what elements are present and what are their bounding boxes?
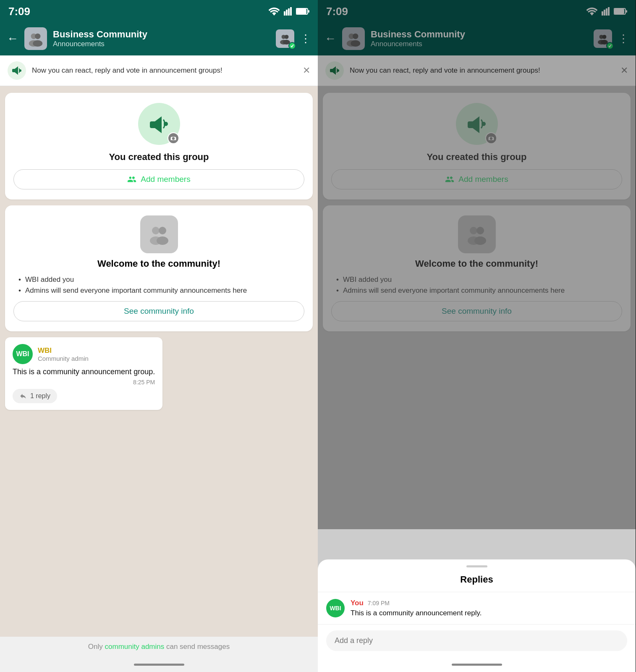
svg-rect-5 bbox=[296, 9, 306, 14]
left-sender-name: WBI bbox=[38, 346, 89, 355]
left-group-avatar-large[interactable] bbox=[138, 103, 180, 145]
svg-rect-6 bbox=[308, 10, 309, 13]
left-sender-info: WBI Community admin bbox=[38, 346, 89, 362]
left-back-button[interactable]: ← bbox=[7, 32, 18, 45]
left-header-subtitle: Announcements bbox=[53, 40, 270, 48]
right-home-bar bbox=[452, 664, 502, 666]
left-created-title: You created this group bbox=[109, 152, 209, 163]
left-sender-row: WBI WBI Community admin bbox=[13, 344, 155, 364]
svg-point-8 bbox=[35, 34, 40, 39]
left-footer-text2: can send messages bbox=[164, 643, 230, 651]
left-footer-highlight[interactable]: community admins bbox=[105, 643, 165, 651]
add-members-label: Add members bbox=[141, 175, 190, 184]
svg-point-20 bbox=[157, 236, 168, 245]
camera-icon bbox=[170, 135, 177, 142]
battery-icon bbox=[296, 8, 309, 15]
left-community-card: Welcome to the community! WBI added you … bbox=[5, 205, 313, 331]
reply-avatar: WBI bbox=[326, 599, 345, 617]
replies-sheet: Replies WBI You 7:09 PM This is a commun… bbox=[318, 559, 636, 672]
svg-point-16 bbox=[164, 122, 168, 126]
left-message-bubble: WBI WBI Community admin This is a commun… bbox=[5, 337, 162, 410]
community-group-icon bbox=[147, 222, 171, 247]
signal-icon bbox=[283, 7, 293, 16]
svg-rect-0 bbox=[284, 11, 285, 16]
svg-rect-2 bbox=[288, 8, 290, 16]
left-community-icon bbox=[140, 215, 178, 253]
svg-point-15 bbox=[19, 69, 21, 72]
left-chat-body: You created this group Add members Welco bbox=[0, 86, 318, 637]
left-bullet-1: WBI added you bbox=[17, 274, 304, 285]
left-bullet-2: Admins will send everyone important comm… bbox=[17, 285, 304, 296]
reply-content: You 7:09 PM This is a community announce… bbox=[351, 599, 482, 617]
left-chat-header: ← Business Community Announcements bbox=[0, 22, 318, 55]
add-person-icon bbox=[127, 175, 136, 184]
left-status-bar: 7:09 bbox=[0, 0, 318, 22]
left-banner-close[interactable]: ✕ bbox=[303, 65, 310, 76]
svg-point-10 bbox=[33, 40, 42, 47]
left-message-text: This is a community announcement group. bbox=[13, 368, 155, 376]
megaphone-icon bbox=[11, 65, 23, 76]
left-community-title: Welcome to the community! bbox=[97, 258, 220, 269]
left-status-icons bbox=[268, 7, 309, 16]
wifi-icon bbox=[268, 7, 280, 16]
left-created-group-card: You created this group Add members bbox=[5, 93, 313, 200]
left-speaker-icon bbox=[8, 61, 26, 80]
reply-item: WBI You 7:09 PM This is a community anno… bbox=[318, 592, 636, 624]
left-community-list: WBI added you Admins will send everyone … bbox=[13, 274, 304, 296]
left-sender-role: Community admin bbox=[38, 355, 89, 362]
reply-sender-row: You 7:09 PM bbox=[351, 599, 482, 607]
svg-point-12 bbox=[285, 35, 289, 39]
left-header-title: Business Community bbox=[53, 29, 270, 40]
reply-icon bbox=[19, 392, 27, 400]
svg-point-18 bbox=[159, 227, 166, 234]
reply-time: 7:09 PM bbox=[368, 600, 390, 606]
reply-text: This is a community announcement reply. bbox=[351, 609, 482, 617]
right-home-indicator bbox=[318, 657, 636, 672]
left-panel: 7:09 ← Business Community Announcements bbox=[0, 0, 318, 672]
svg-rect-3 bbox=[290, 7, 292, 16]
left-home-indicator bbox=[0, 657, 318, 672]
reply-label: 1 reply bbox=[30, 392, 50, 400]
left-add-members-button[interactable]: Add members bbox=[13, 169, 304, 189]
reply-input-area bbox=[318, 624, 636, 657]
left-footer-text: Only bbox=[88, 643, 105, 651]
sheet-handle bbox=[466, 565, 487, 567]
left-banner-text: Now you can react, reply and vote in ann… bbox=[32, 66, 297, 76]
left-header-avatar bbox=[24, 27, 47, 50]
left-reply-chip[interactable]: 1 reply bbox=[13, 389, 57, 403]
svg-rect-1 bbox=[286, 10, 288, 16]
reply-input[interactable] bbox=[326, 630, 627, 651]
right-dim-overlay bbox=[318, 0, 636, 529]
left-status-time: 7:09 bbox=[8, 5, 30, 18]
left-green-check bbox=[288, 42, 296, 50]
left-chat-footer: Only community admins can send messages bbox=[0, 637, 318, 657]
left-header-avatar-small[interactable] bbox=[276, 29, 294, 48]
left-wbi-avatar: WBI bbox=[13, 344, 33, 364]
left-header-right: ⋮ bbox=[276, 29, 311, 48]
left-header-info: Business Community Announcements bbox=[53, 29, 270, 48]
right-panel: 7:09 ← Business Community Announcements bbox=[318, 0, 636, 672]
left-home-bar bbox=[134, 664, 184, 666]
replies-title: Replies bbox=[318, 574, 636, 592]
left-message-time: 8:25 PM bbox=[13, 379, 155, 386]
group-avatar-icon bbox=[28, 31, 44, 47]
svg-point-17 bbox=[152, 227, 160, 234]
reply-sender-name: You bbox=[351, 599, 364, 607]
left-see-community-button[interactable]: See community info bbox=[13, 301, 304, 321]
megaphone-large-icon bbox=[147, 112, 171, 136]
camera-badge-icon bbox=[168, 132, 179, 144]
left-announcement-banner: Now you can react, reply and vote in ann… bbox=[0, 55, 318, 86]
left-dots-menu[interactable]: ⋮ bbox=[300, 32, 311, 45]
